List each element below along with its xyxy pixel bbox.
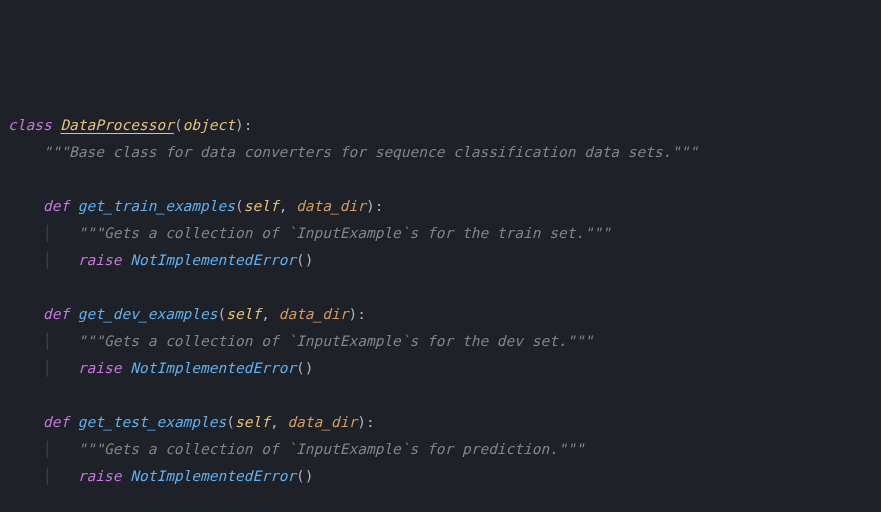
param: data_dir [287, 414, 357, 430]
code-line[interactable]: │ raise NotImplementedError() [8, 463, 873, 490]
call-parens: () [296, 252, 313, 268]
code-line[interactable]: │ """Gets a collection of `InputExample`… [8, 328, 873, 355]
paren-close: ): [349, 306, 366, 322]
class-name: DataProcessor [60, 117, 174, 133]
comma: , [270, 414, 287, 430]
keyword-def: def [43, 414, 69, 430]
param: data_dir [296, 198, 366, 214]
docstring: """Gets a collection of `InputExample`s … [78, 441, 584, 457]
paren-open: ( [218, 306, 227, 322]
keyword-raise: raise [78, 252, 122, 268]
code-line[interactable]: def get_test_examples(self, data_dir): [8, 409, 873, 436]
base-class: object [183, 117, 235, 133]
indent-guide: │ [8, 360, 78, 376]
exception-name: NotImplementedError [130, 468, 296, 484]
exception-name: NotImplementedError [130, 252, 296, 268]
function-name: get_dev_examples [78, 306, 218, 322]
paren-close: ): [366, 198, 383, 214]
keyword-class: class [8, 117, 52, 133]
code-line-blank[interactable] [8, 490, 873, 512]
param-self: self [244, 198, 279, 214]
code-line[interactable]: │ raise NotImplementedError() [8, 355, 873, 382]
function-name: get_train_examples [78, 198, 235, 214]
paren-open: ( [226, 414, 235, 430]
indent-guide: │ [8, 441, 78, 457]
comma: , [279, 198, 296, 214]
keyword-raise: raise [78, 360, 122, 376]
indent-guide: │ [8, 333, 78, 349]
indent-guide: │ [8, 252, 78, 268]
code-line[interactable]: │ raise NotImplementedError() [8, 247, 873, 274]
paren-close: ): [235, 117, 252, 133]
code-line-blank[interactable] [8, 166, 873, 193]
paren-open: ( [235, 198, 244, 214]
code-line[interactable]: def get_train_examples(self, data_dir): [8, 193, 873, 220]
keyword-raise: raise [78, 468, 122, 484]
docstring: """Gets a collection of `InputExample`s … [78, 333, 593, 349]
code-line[interactable]: │ """Gets a collection of `InputExample`… [8, 220, 873, 247]
code-line[interactable]: def get_dev_examples(self, data_dir): [8, 301, 873, 328]
comma: , [261, 306, 278, 322]
keyword-def: def [43, 198, 69, 214]
code-editor: class DataProcessor(object): """Base cla… [8, 112, 873, 512]
docstring: """Base class for data converters for se… [43, 144, 698, 160]
code-line[interactable]: │ """Gets a collection of `InputExample`… [8, 436, 873, 463]
indent-guide: │ [8, 468, 78, 484]
paren-open: ( [174, 117, 183, 133]
code-line-blank[interactable] [8, 274, 873, 301]
docstring: """Gets a collection of `InputExample`s … [78, 225, 611, 241]
function-name: get_test_examples [78, 414, 226, 430]
code-line-blank[interactable] [8, 382, 873, 409]
call-parens: () [296, 360, 313, 376]
indent-guide: │ [8, 225, 78, 241]
keyword-def: def [43, 306, 69, 322]
call-parens: () [296, 468, 313, 484]
param: data_dir [279, 306, 349, 322]
code-line[interactable]: class DataProcessor(object): [8, 112, 873, 139]
code-line[interactable]: """Base class for data converters for se… [8, 139, 873, 166]
param-self: self [235, 414, 270, 430]
paren-close: ): [357, 414, 374, 430]
param-self: self [226, 306, 261, 322]
exception-name: NotImplementedError [130, 360, 296, 376]
